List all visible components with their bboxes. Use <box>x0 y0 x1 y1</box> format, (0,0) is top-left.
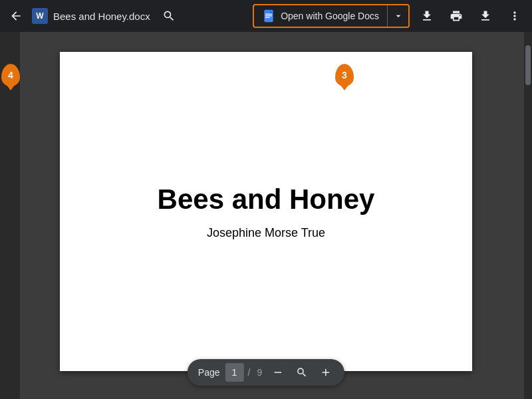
open-with-dropdown-button[interactable] <box>387 5 408 27</box>
document-title: Bees and Honey <box>158 184 375 215</box>
page-separator: / <box>247 367 252 378</box>
print-button[interactable] <box>444 4 468 28</box>
open-with-google-docs-button[interactable]: Open with Google Docs <box>254 5 387 27</box>
scroll-track[interactable] <box>524 32 532 399</box>
page-total: 9 <box>254 367 265 378</box>
search-button[interactable] <box>158 5 180 27</box>
download-button[interactable] <box>473 4 497 28</box>
zoom-in-button[interactable] <box>315 362 336 383</box>
zoom-out-button[interactable] <box>267 362 289 383</box>
svg-rect-2 <box>265 15 272 16</box>
word-file-icon: W <box>32 8 48 24</box>
zoom-button[interactable] <box>291 362 313 383</box>
content-area: Bees and Honey Josephine Morse True Page… <box>0 32 532 399</box>
page-nav-bar: Page / 9 <box>188 359 344 386</box>
drive-save-button[interactable] <box>415 4 439 28</box>
scroll-thumb[interactable] <box>525 45 531 85</box>
document-author: Josephine Morse True <box>207 226 325 240</box>
svg-rect-3 <box>265 17 270 18</box>
open-with-label: Open with Google Docs <box>281 11 379 21</box>
google-docs-icon <box>262 9 275 23</box>
svg-rect-1 <box>265 14 272 15</box>
more-options-button[interactable] <box>503 4 527 28</box>
toolbar: W Bees and Honey.docx Open with Google D… <box>0 0 532 32</box>
document-page: Bees and Honey Josephine Morse True <box>60 52 472 371</box>
page-number-input[interactable] <box>225 363 244 382</box>
badge-3: 3 <box>335 64 354 86</box>
filename-label: Bees and Honey.docx <box>53 11 150 22</box>
open-with-group: Open with Google Docs <box>253 4 410 28</box>
back-button[interactable] <box>5 5 27 27</box>
page-label: Page <box>196 367 223 378</box>
badge-4: 4 <box>1 64 20 86</box>
